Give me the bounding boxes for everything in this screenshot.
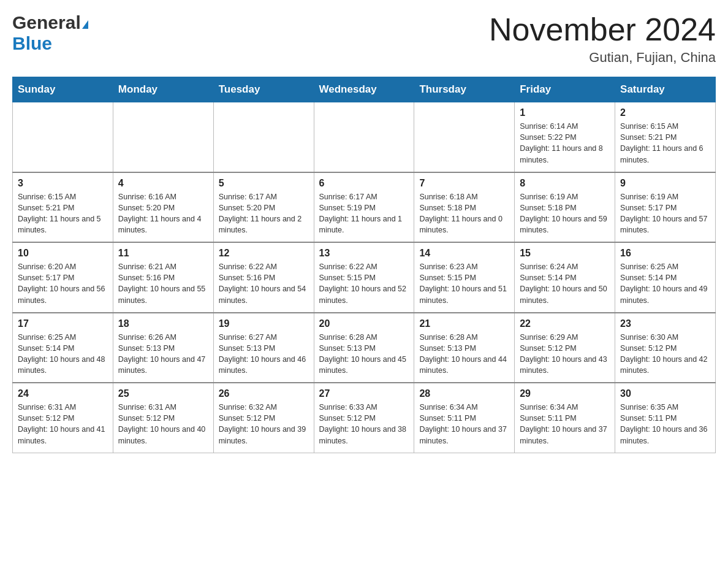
day-number: 22 (520, 318, 610, 329)
day-number: 27 (319, 388, 409, 399)
logo-text-general: General (12, 12, 88, 33)
calendar-cell: 26Sunrise: 6:32 AMSunset: 5:12 PMDayligh… (213, 383, 314, 453)
header-wednesday: Wednesday (314, 77, 414, 102)
day-number: 4 (118, 178, 208, 189)
title-area: November 2024 Gutian, Fujian, China (489, 12, 716, 66)
day-info: Sunrise: 6:34 AMSunset: 5:11 PMDaylight:… (520, 402, 610, 446)
day-info: Sunrise: 6:30 AMSunset: 5:12 PMDaylight:… (620, 332, 710, 377)
day-number: 18 (118, 318, 208, 329)
calendar-cell: 19Sunrise: 6:27 AMSunset: 5:13 PMDayligh… (213, 313, 314, 383)
day-number: 10 (18, 248, 108, 259)
calendar-cell: 30Sunrise: 6:35 AMSunset: 5:11 PMDayligh… (615, 383, 716, 453)
location-title: Gutian, Fujian, China (489, 50, 716, 66)
logo: General Blue (12, 12, 88, 54)
day-info: Sunrise: 6:25 AMSunset: 5:14 PMDaylight:… (620, 261, 710, 306)
calendar-cell: 11Sunrise: 6:21 AMSunset: 5:16 PMDayligh… (113, 242, 213, 313)
calendar-cell: 7Sunrise: 6:18 AMSunset: 5:18 PMDaylight… (414, 172, 515, 243)
calendar-cell: 5Sunrise: 6:17 AMSunset: 5:20 PMDaylight… (213, 172, 314, 243)
day-info: Sunrise: 6:29 AMSunset: 5:12 PMDaylight:… (520, 332, 610, 377)
day-info: Sunrise: 6:31 AMSunset: 5:12 PMDaylight:… (18, 402, 108, 446)
day-number: 8 (520, 178, 610, 189)
day-info: Sunrise: 6:21 AMSunset: 5:16 PMDaylight:… (118, 261, 208, 306)
day-info: Sunrise: 6:23 AMSunset: 5:15 PMDaylight:… (419, 261, 509, 306)
day-info: Sunrise: 6:34 AMSunset: 5:11 PMDaylight:… (419, 402, 509, 446)
day-info: Sunrise: 6:22 AMSunset: 5:16 PMDaylight:… (219, 261, 309, 306)
header-tuesday: Tuesday (213, 77, 314, 102)
day-number: 6 (319, 178, 409, 189)
calendar-cell: 27Sunrise: 6:33 AMSunset: 5:12 PMDayligh… (314, 383, 414, 453)
calendar-cell (314, 102, 414, 172)
day-number: 29 (520, 388, 610, 399)
calendar-cell: 4Sunrise: 6:16 AMSunset: 5:20 PMDaylight… (113, 172, 213, 243)
day-number: 24 (18, 388, 108, 399)
day-number: 3 (18, 178, 108, 189)
day-info: Sunrise: 6:26 AMSunset: 5:13 PMDaylight:… (118, 332, 208, 377)
day-number: 12 (219, 248, 309, 259)
weekday-header-row: Sunday Monday Tuesday Wednesday Thursday… (13, 77, 716, 102)
calendar-cell: 18Sunrise: 6:26 AMSunset: 5:13 PMDayligh… (113, 313, 213, 383)
calendar-cell: 6Sunrise: 6:17 AMSunset: 5:19 PMDaylight… (314, 172, 414, 243)
calendar-cell: 13Sunrise: 6:22 AMSunset: 5:15 PMDayligh… (314, 242, 414, 313)
calendar-cell: 9Sunrise: 6:19 AMSunset: 5:17 PMDaylight… (615, 172, 716, 243)
calendar-cell: 24Sunrise: 6:31 AMSunset: 5:12 PMDayligh… (13, 383, 113, 453)
header-sunday: Sunday (13, 77, 113, 102)
day-number: 26 (219, 388, 309, 399)
calendar-cell (414, 102, 515, 172)
day-number: 1 (520, 107, 610, 118)
calendar-week-row-5: 24Sunrise: 6:31 AMSunset: 5:12 PMDayligh… (13, 383, 716, 453)
calendar-cell (113, 102, 213, 172)
day-number: 14 (419, 248, 509, 259)
day-number: 23 (620, 318, 710, 329)
day-number: 20 (319, 318, 409, 329)
day-info: Sunrise: 6:19 AMSunset: 5:18 PMDaylight:… (520, 191, 610, 236)
day-info: Sunrise: 6:25 AMSunset: 5:14 PMDaylight:… (18, 332, 108, 377)
calendar-cell (13, 102, 113, 172)
calendar-table: Sunday Monday Tuesday Wednesday Thursday… (12, 77, 716, 453)
day-info: Sunrise: 6:20 AMSunset: 5:17 PMDaylight:… (18, 261, 108, 306)
day-info: Sunrise: 6:18 AMSunset: 5:18 PMDaylight:… (419, 191, 509, 236)
calendar-cell: 17Sunrise: 6:25 AMSunset: 5:14 PMDayligh… (13, 313, 113, 383)
calendar-cell: 25Sunrise: 6:31 AMSunset: 5:12 PMDayligh… (113, 383, 213, 453)
day-number: 11 (118, 248, 208, 259)
day-info: Sunrise: 6:17 AMSunset: 5:20 PMDaylight:… (219, 191, 309, 236)
day-number: 2 (620, 107, 710, 118)
day-number: 15 (520, 248, 610, 259)
calendar-cell: 28Sunrise: 6:34 AMSunset: 5:11 PMDayligh… (414, 383, 515, 453)
calendar-cell: 10Sunrise: 6:20 AMSunset: 5:17 PMDayligh… (13, 242, 113, 313)
day-number: 7 (419, 178, 509, 189)
logo-blue: Blue (12, 33, 52, 53)
calendar-cell: 12Sunrise: 6:22 AMSunset: 5:16 PMDayligh… (213, 242, 314, 313)
day-info: Sunrise: 6:15 AMSunset: 5:21 PMDaylight:… (18, 191, 108, 236)
day-number: 25 (118, 388, 208, 399)
calendar-cell (213, 102, 314, 172)
calendar-cell: 20Sunrise: 6:28 AMSunset: 5:13 PMDayligh… (314, 313, 414, 383)
page-header: General Blue November 2024 Gutian, Fujia… (12, 12, 716, 66)
day-number: 13 (319, 248, 409, 259)
day-number: 19 (219, 318, 309, 329)
calendar-week-row-2: 3Sunrise: 6:15 AMSunset: 5:21 PMDaylight… (13, 172, 716, 243)
day-info: Sunrise: 6:19 AMSunset: 5:17 PMDaylight:… (620, 191, 710, 236)
day-info: Sunrise: 6:31 AMSunset: 5:12 PMDaylight:… (118, 402, 208, 446)
calendar-week-row-3: 10Sunrise: 6:20 AMSunset: 5:17 PMDayligh… (13, 242, 716, 313)
day-number: 17 (18, 318, 108, 329)
header-thursday: Thursday (414, 77, 515, 102)
logo-triangle-icon (82, 20, 88, 29)
day-number: 21 (419, 318, 509, 329)
day-info: Sunrise: 6:16 AMSunset: 5:20 PMDaylight:… (118, 191, 208, 236)
month-title: November 2024 (489, 12, 716, 47)
calendar-cell: 15Sunrise: 6:24 AMSunset: 5:14 PMDayligh… (515, 242, 615, 313)
day-number: 16 (620, 248, 710, 259)
logo-text-blue: Blue (12, 33, 52, 54)
day-info: Sunrise: 6:24 AMSunset: 5:14 PMDaylight:… (520, 261, 610, 306)
calendar-cell: 8Sunrise: 6:19 AMSunset: 5:18 PMDaylight… (515, 172, 615, 243)
calendar-cell: 3Sunrise: 6:15 AMSunset: 5:21 PMDaylight… (13, 172, 113, 243)
header-saturday: Saturday (615, 77, 716, 102)
calendar-cell: 29Sunrise: 6:34 AMSunset: 5:11 PMDayligh… (515, 383, 615, 453)
day-number: 30 (620, 388, 710, 399)
day-info: Sunrise: 6:15 AMSunset: 5:21 PMDaylight:… (620, 121, 710, 166)
calendar-cell: 21Sunrise: 6:28 AMSunset: 5:13 PMDayligh… (414, 313, 515, 383)
day-info: Sunrise: 6:17 AMSunset: 5:19 PMDaylight:… (319, 191, 409, 236)
day-number: 5 (219, 178, 309, 189)
day-info: Sunrise: 6:35 AMSunset: 5:11 PMDaylight:… (620, 402, 710, 446)
day-number: 28 (419, 388, 509, 399)
